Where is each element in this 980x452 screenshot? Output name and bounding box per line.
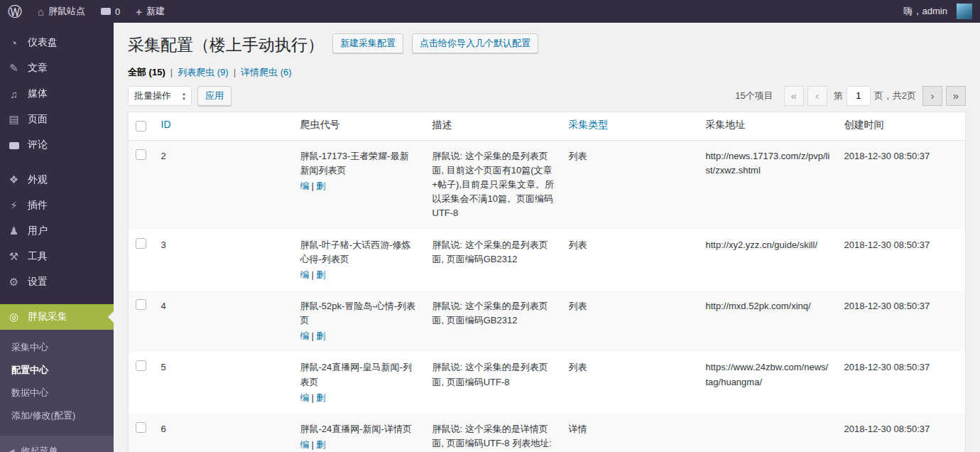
bulk-action-dropdown[interactable]: 批量操作 [128, 86, 192, 106]
sidebar-item-label: 胖鼠采集 [28, 311, 67, 323]
filter-list-crawlers[interactable]: 列表爬虫 (9) [178, 67, 229, 77]
sidebar-submenu: 采集中心 配置中心 数据中心 添加/修改(配置) [0, 330, 114, 436]
table-row: 3 胖鼠-叶子猪-大话西游-修炼心得-列表页 编|删 胖鼠说: 这个采集的是列表… [129, 230, 966, 291]
avatar [957, 4, 972, 19]
sidebar-item-comments[interactable]: 评论 [0, 132, 114, 158]
cell-type: 列表 [562, 230, 699, 291]
sidebar-top-block: ◔ 仪表盘 ✎ 文章 ♫ 媒体 ▤ 页面 评论 ❖ 外观 ⚡ 插件 ♟ [0, 23, 114, 330]
delete-link[interactable]: 删 [316, 269, 325, 280]
sidebar-item-media[interactable]: ♫ 媒体 [0, 81, 114, 107]
sidebar-item-users[interactable]: ♟ 用户 [0, 218, 114, 244]
column-header-collect-type[interactable]: 采集类型 [562, 112, 699, 140]
row-checkbox[interactable] [136, 360, 146, 371]
table-header-row: ID 爬虫代号 描述 采集类型 采集地址 创建时间 [129, 112, 966, 140]
sidebar: ◔ 仪表盘 ✎ 文章 ♫ 媒体 ▤ 页面 评论 ❖ 外观 ⚡ 插件 ♟ [0, 23, 114, 452]
cell-url: http://xy2.yzz.cn/guide/skill/ [699, 230, 837, 291]
edit-link[interactable]: 编 [300, 330, 310, 341]
import-defaults-button[interactable]: 点击给你导入几个默认配置 [412, 33, 538, 53]
row-checkbox[interactable] [136, 422, 146, 433]
row-checkbox[interactable] [136, 149, 146, 160]
cell-type: 列表 [562, 140, 699, 229]
filter-all[interactable]: 全部 (15) [128, 67, 165, 77]
cell-id: 6 [154, 414, 293, 452]
cell-crawler-name: 胖鼠-叶子猪-大话西游-修炼心得-列表页 [300, 238, 418, 267]
sidebar-item-fatrat-collect[interactable]: ◎ 胖鼠采集 [0, 304, 114, 330]
edit-link[interactable]: 编 [300, 181, 310, 191]
tools-icon: ⚒ [7, 250, 21, 263]
delete-link[interactable]: 删 [316, 181, 325, 191]
collapse-menu-button[interactable]: ◀ 收起菜单 [0, 436, 114, 452]
site-menu[interactable]: ⌂ 胖鼠站点 [30, 0, 93, 23]
sidebar-item-settings[interactable]: ⚙ 设置 [0, 269, 114, 295]
submenu-item-config-center[interactable]: 配置中心 [0, 359, 114, 382]
comments-bubble-icon [101, 8, 111, 15]
delete-link[interactable]: 删 [316, 330, 325, 341]
site-name: 胖鼠站点 [48, 5, 85, 18]
sidebar-item-pages[interactable]: ▤ 页面 [0, 107, 114, 132]
cell-crawler-name: 胖鼠-52pk-冒险岛-心情-列表页 [300, 299, 418, 328]
table-row: 2 胖鼠-17173-王者荣耀-最新新闻列表页 编|删 胖鼠说: 这个采集的是列… [129, 140, 966, 229]
submenu-item-collect-center[interactable]: 采集中心 [0, 336, 114, 359]
sidebar-item-label: 用户 [28, 225, 48, 237]
table-row: 5 胖鼠-24直播网-皇马新闻-列表页 编|删 胖鼠说: 这个采集的是列表页面,… [129, 352, 966, 413]
row-checkbox[interactable] [136, 299, 146, 310]
cell-created: 2018-12-30 08:50:37 [837, 230, 966, 291]
column-header-description: 描述 [425, 112, 562, 140]
collapse-label: 收起菜单 [21, 445, 58, 452]
current-page-input[interactable] [846, 86, 871, 106]
comments-icon [7, 139, 21, 151]
filter-detail-crawlers[interactable]: 详情爬虫 (6) [241, 67, 292, 77]
submenu-item-data-center[interactable]: 数据中心 [0, 382, 114, 404]
edit-link[interactable]: 编 [300, 392, 310, 403]
sidebar-item-label: 页面 [28, 113, 48, 126]
submenu-item-add-modify-config[interactable]: 添加/修改(配置) [0, 404, 114, 427]
cell-description: 胖鼠说: 这个采集的是列表页面, 目前这个页面有10篇(文章+帖子),目前是只采… [425, 140, 562, 229]
last-page-button[interactable]: » [946, 86, 966, 106]
cell-created: 2018-12-30 08:50:37 [837, 140, 966, 229]
new-content-menu[interactable]: + 新建 [128, 0, 173, 23]
page-label-prefix: 第 [834, 90, 843, 102]
cell-crawler-name: 胖鼠-24直播网-新闻-详情页 [300, 422, 418, 436]
page-title: 采集配置（楼上手动执行） [128, 28, 324, 59]
cell-id: 5 [154, 352, 293, 413]
first-page-button[interactable]: « [784, 86, 804, 106]
sidebar-item-tools[interactable]: ⚒ 工具 [0, 244, 114, 269]
cell-crawler-name: 胖鼠-24直播网-皇马新闻-列表页 [300, 360, 418, 389]
sidebar-item-dashboard[interactable]: ◔ 仪表盘 [0, 30, 114, 55]
wordpress-menu[interactable]: Ⓦ [0, 0, 30, 23]
column-header-crawler-name: 爬虫代号 [293, 112, 425, 140]
settings-icon: ⚙ [7, 276, 21, 289]
users-icon: ♟ [7, 225, 21, 237]
menu-separator [0, 158, 114, 167]
sidebar-item-label: 媒体 [28, 87, 48, 100]
comments-menu[interactable]: 0 [93, 0, 128, 23]
rat-icon: ◎ [7, 311, 21, 323]
select-all-checkbox[interactable] [136, 121, 146, 131]
new-config-button[interactable]: 新建采集配置 [332, 33, 403, 53]
delete-link[interactable]: 删 [316, 439, 325, 450]
sidebar-item-posts[interactable]: ✎ 文章 [0, 55, 114, 81]
cell-url [699, 414, 837, 452]
sidebar-item-appearance[interactable]: ❖ 外观 [0, 167, 114, 193]
cell-type: 列表 [562, 352, 699, 413]
cell-description: 胖鼠说: 这个采集的是列表页面, 页面编码GB2312 [425, 291, 562, 352]
sidebar-item-plugins[interactable]: ⚡ 插件 [0, 193, 114, 218]
sidebar-item-label: 设置 [28, 276, 48, 289]
cell-id: 4 [154, 291, 293, 352]
table-row: 6 胖鼠-24直播网-新闻-详情页 编|删 胖鼠说: 这个采集的是详情页面, 页… [129, 414, 966, 452]
table-row: 4 胖鼠-52pk-冒险岛-心情-列表页 编|删 胖鼠说: 这个采集的是列表页面… [129, 291, 966, 352]
edit-link[interactable]: 编 [300, 439, 310, 450]
cell-created: 2018-12-30 08:50:37 [837, 414, 966, 452]
prev-page-button[interactable]: ‹ [807, 86, 827, 106]
delete-link[interactable]: 删 [316, 392, 325, 403]
my-account-menu[interactable]: 嗨，admin [896, 0, 980, 23]
cell-crawler-name: 胖鼠-17173-王者荣耀-最新新闻列表页 [300, 149, 418, 178]
edit-link[interactable]: 编 [300, 269, 310, 280]
cell-description: 胖鼠说: 这个采集的是详情页面, 页面编码UTF-8 列表地址: https:/… [425, 414, 562, 452]
column-header-collect-url: 采集地址 [699, 112, 837, 140]
column-header-id[interactable]: ID [154, 112, 293, 140]
apply-button[interactable]: 应用 [197, 86, 232, 106]
next-page-button[interactable]: › [922, 86, 942, 106]
row-checkbox[interactable] [136, 238, 146, 249]
filter-separator: | [234, 67, 236, 77]
